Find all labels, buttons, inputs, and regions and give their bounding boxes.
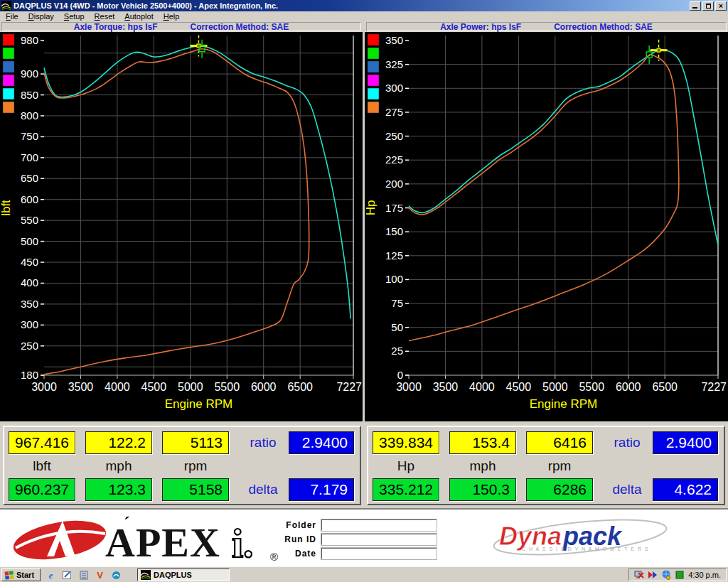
speed-unit-label: mph [85,457,152,475]
run-id-input[interactable] [321,534,437,545]
x-tick-label: 4500 [506,381,532,393]
date-label: Date [263,548,316,560]
y-tick-label: 750 [21,130,38,142]
x-tick-label: 4000 [469,381,495,393]
x-tick-label: 5500 [579,381,604,393]
legend-run-swatch[interactable] [3,88,14,99]
y-tick-label: 350 [385,34,403,46]
y-tick-label: 150 [385,225,403,237]
menu-setup[interactable]: Setup [60,12,90,21]
x-tick-label: 6000 [616,381,641,393]
power-chart[interactable]: 3000350040004500500055006000650072273503… [365,32,728,421]
quick-launch-winamp-icon[interactable]: V [95,570,105,581]
x-axis-title: Engine RPM [165,397,232,411]
y-tick-label: 125 [385,249,403,262]
y-tick-label: 200 [385,178,403,190]
legend-run-swatch[interactable] [3,61,14,72]
taskbar: Start e V DAQPLUS 4:30 p.m. [0,566,728,582]
power-readout-panel: 339.834 153.4 6416 ratio 2.9400 Hp mph r… [367,426,725,505]
torque-chart[interactable]: 3000350040004500500055006000650072279809… [0,32,363,421]
y-tick-label: 400 [21,276,38,289]
legend-run-swatch[interactable] [3,34,14,45]
delta-label: delta [606,478,648,501]
y-tick-label: 250 [21,340,38,352]
x-tick-label: 7227 [701,381,727,393]
y-tick-label: 75 [391,297,403,309]
y-tick-label: 500 [21,235,38,247]
peak-power-speed-value: 153.4 [449,431,516,454]
menu-autoplot[interactable]: Autoplot [120,12,159,21]
status-square-icon[interactable] [675,570,685,580]
power-chart-panel[interactable]: 3000350040004500500055006000650072273503… [365,32,728,421]
torque-chart-panel[interactable]: 3000350040004500500055006000650072279809… [0,32,363,421]
x-tick-label: 5000 [178,381,203,393]
y-tick-label: 800 [21,109,38,122]
legend-run-swatch[interactable] [368,34,379,45]
rpm-unit-label: rpm [526,457,593,475]
legend-run-swatch[interactable] [368,102,379,113]
y-tick-label: 550 [21,214,38,226]
restore-icon [706,4,711,9]
quick-launch-bar: e V [46,568,122,581]
peak-power-rpm-value: 6416 [526,431,593,454]
cursor-marker-center[interactable] [657,48,660,52]
quick-launch-messenger-icon[interactable] [111,570,122,581]
x-tick-label: 3000 [396,381,422,393]
x-axis-title: Engine RPM [530,397,597,411]
torque-chart-header: Axle Torque: hps IsF Correction Method: … [1,22,361,31]
y-tick-label: 325 [385,58,403,70]
readout-strip: 967.416 122.2 5113 ratio 2.9400 lbft mph… [0,421,728,508]
second-power-value: 335.212 [373,478,439,501]
second-torque-rpm-value: 5158 [162,478,229,501]
y-tick-label: 900 [21,68,38,80]
y-axis-title: lbft [0,200,13,216]
menu-display[interactable]: Display [24,12,60,21]
x-tick-label: 3500 [68,381,94,393]
x-tick-label: 7227 [336,381,362,393]
start-button[interactable]: Start [1,568,41,581]
second-power-speed-value: 150.3 [449,478,516,501]
minimize-icon [692,7,697,9]
delta-value: 7.179 [289,478,354,501]
peak-torque-rpm-value: 5113 [162,431,229,454]
close-button[interactable]: × [715,1,727,11]
y-tick-label: 25 [391,345,403,357]
restore-button[interactable] [702,1,714,11]
legend-run-swatch[interactable] [3,48,14,59]
menu-file[interactable]: File [1,12,24,21]
y-tick-label: 180 [21,369,38,381]
menu-help[interactable]: Help [159,12,186,21]
x-tick-label: 6000 [251,381,277,393]
y-tick-label: 700 [21,151,38,163]
y-tick-label: 250 [385,130,403,142]
menu-reset[interactable]: Reset [90,12,121,21]
speed-unit-label: mph [449,457,516,475]
legend-run-swatch[interactable] [368,88,379,99]
taskbar-app-button[interactable]: DAQPLUS [137,568,230,581]
quick-launch-desktop-icon[interactable] [62,570,73,581]
peak-power-value: 339.834 [373,431,439,454]
network-disconnected-icon[interactable] [634,570,644,580]
legend-run-swatch[interactable] [368,75,379,86]
second-torque-value: 960.237 [9,478,75,501]
y-tick-label: 300 [21,318,38,330]
legend-run-swatch[interactable] [3,102,14,113]
folder-input[interactable] [321,519,437,531]
series-run-cyan-torque [44,46,350,319]
y-tick-label: 350 [21,298,38,310]
footer-strip: ´ APEX i. ® Folder Run ID Date Dyna pack… [0,508,728,566]
globe-status-icon[interactable] [661,570,671,580]
second-power-rpm-value: 6286 [526,478,593,501]
legend-run-swatch[interactable] [368,61,379,72]
fast-forward-icon[interactable] [648,570,658,580]
legend-run-swatch[interactable] [368,48,379,59]
minimize-button[interactable] [690,1,701,11]
ratio-value: 2.9400 [653,431,718,454]
quick-launch-ie-icon[interactable]: e [46,570,56,581]
dynapack-logo: Dyna pack C H A S S I S D Y N A M O M E … [489,517,673,561]
legend-run-swatch[interactable] [3,75,14,86]
quick-launch-notes-icon[interactable] [78,570,89,581]
torque-readout-panel: 967.416 122.2 5113 ratio 2.9400 lbft mph… [3,426,361,505]
start-label: Start [16,571,34,579]
date-input[interactable] [321,548,437,559]
